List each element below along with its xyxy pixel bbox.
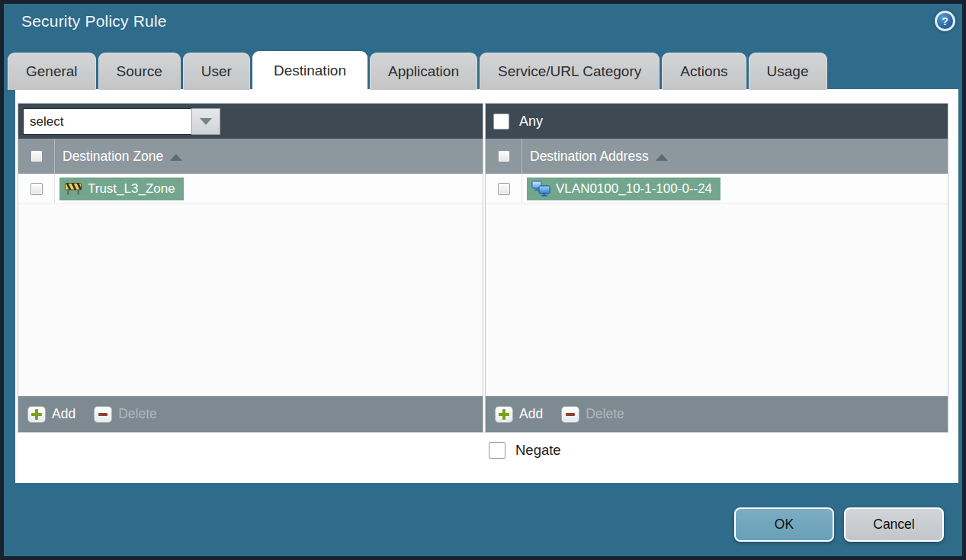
delete-button-label: Delete	[118, 406, 157, 422]
sort-ascending-icon	[656, 154, 668, 161]
zone-select-all-checkbox[interactable]	[30, 150, 43, 162]
add-icon	[27, 406, 46, 423]
cancel-button[interactable]: Cancel	[844, 507, 944, 542]
zone-panel-footer: Add Delete	[18, 396, 483, 432]
zone-icon	[64, 181, 82, 196]
tab-general[interactable]: General	[8, 53, 96, 90]
zone-tag[interactable]: Trust_L3_Zone	[59, 178, 184, 200]
zone-tag-label: Trust_L3_Zone	[88, 181, 175, 197]
address-row-checkbox[interactable]	[498, 183, 510, 195]
zone-row-checkbox[interactable]	[30, 183, 43, 195]
address-panel-toolbar: Any	[486, 104, 948, 139]
delete-button[interactable]: Delete	[561, 406, 624, 423]
add-icon	[495, 406, 513, 423]
any-label: Any	[519, 114, 543, 130]
tab-application[interactable]: Application	[370, 53, 477, 90]
zone-rows: Trust_L3_Zone	[18, 174, 483, 396]
delete-icon	[94, 406, 112, 423]
zone-column-header-label: Destination Zone	[63, 149, 163, 165]
address-column-header-row: Destination Address	[486, 139, 948, 174]
tab-service-url-category[interactable]: Service/URL Category	[480, 53, 660, 90]
address-panel-footer: Add Delete	[486, 396, 948, 432]
address-column-header-label: Destination Address	[530, 149, 649, 165]
address-select-all-checkbox[interactable]	[498, 150, 510, 162]
destination-address-panel: Any Destination Address	[486, 104, 948, 432]
delete-icon	[561, 406, 579, 423]
chevron-down-icon	[200, 118, 212, 125]
any-option: Any	[490, 114, 543, 130]
help-button[interactable]: ?	[935, 11, 955, 31]
negate-label: Negate	[515, 442, 561, 459]
address-rows: VLAN0100_10-1-100-0--24	[486, 174, 948, 396]
table-row[interactable]: VLAN0100_10-1-100-0--24	[486, 174, 948, 204]
ok-button[interactable]: OK	[734, 507, 834, 542]
address-tag[interactable]: VLAN0100_10-1-100-0--24	[527, 178, 720, 200]
address-column-header[interactable]: Destination Address	[530, 149, 668, 165]
network-icon	[531, 181, 550, 197]
sort-ascending-icon	[170, 154, 182, 161]
add-button-label: Add	[519, 406, 543, 422]
negate-option: Negate	[489, 442, 561, 459]
help-icon: ?	[942, 15, 948, 27]
delete-button[interactable]: Delete	[94, 406, 157, 423]
zone-filter-combobox: select	[23, 108, 220, 135]
zone-select-all-cell	[18, 139, 55, 174]
tab-source[interactable]: Source	[98, 53, 181, 90]
zone-row-checkbox-cell	[18, 174, 55, 203]
address-select-all-cell	[486, 139, 522, 174]
zone-filter-input[interactable]: select	[23, 108, 191, 135]
add-button[interactable]: Add	[27, 406, 75, 423]
tab-actions[interactable]: Actions	[662, 53, 746, 90]
tab-user[interactable]: User	[183, 53, 250, 90]
any-checkbox[interactable]	[493, 114, 509, 130]
negate-checkbox[interactable]	[489, 442, 505, 459]
delete-button-label: Delete	[586, 406, 624, 422]
tab-destination[interactable]: Destination	[252, 51, 367, 90]
zone-column-header[interactable]: Destination Zone	[63, 149, 182, 165]
add-button-label: Add	[52, 406, 75, 422]
destination-zone-panel: select Destination Zone	[18, 104, 483, 432]
zone-panel-toolbar: select	[18, 104, 483, 139]
table-row[interactable]: Trust_L3_Zone	[18, 174, 483, 204]
tab-usage[interactable]: Usage	[749, 53, 827, 90]
zone-filter-dropdown-button[interactable]	[191, 108, 220, 135]
add-button[interactable]: Add	[495, 406, 543, 423]
zone-column-header-row: Destination Zone	[18, 139, 483, 174]
address-row-checkbox-cell	[486, 174, 522, 203]
tab-bar: General Source User Destination Applicat…	[8, 52, 827, 90]
page-title: Security Policy Rule	[21, 12, 167, 30]
address-tag-label: VLAN0100_10-1-100-0--24	[556, 181, 712, 197]
